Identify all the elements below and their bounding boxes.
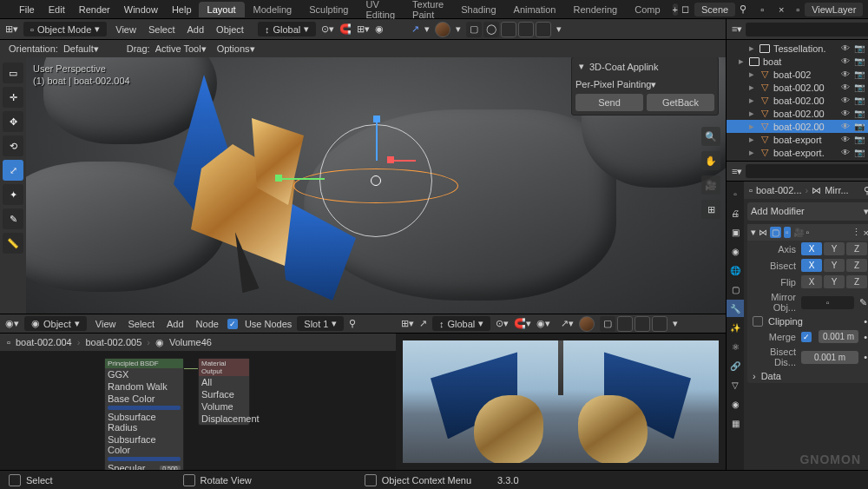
perspective-toggle-icon[interactable]: ⊞: [701, 200, 720, 219]
axis-y-toggle[interactable]: Y: [824, 242, 845, 255]
modifier-extras-icon[interactable]: ⋮: [852, 227, 861, 238]
clipping-checkbox[interactable]: [753, 316, 763, 327]
display-realtime-icon[interactable]: ▫: [784, 227, 791, 238]
shader-type-dropdown[interactable]: ◉Object▾: [24, 316, 87, 331]
options-dropdown[interactable]: Options▾: [217, 43, 255, 55]
workspace-tab-layout[interactable]: Layout: [199, 2, 245, 17]
merge-checkbox[interactable]: ✓: [801, 332, 812, 342]
visibility-icon[interactable]: 👁: [841, 135, 852, 144]
workspace-tab-modeling[interactable]: Modeling: [245, 2, 301, 17]
solid-icon[interactable]: [617, 316, 633, 332]
add-modifier-dropdown[interactable]: Add Modifier▾: [747, 202, 868, 221]
outliner-row[interactable]: ▸▽boat-export👁📷: [727, 133, 868, 146]
tool-transform[interactable]: ✦: [3, 184, 23, 205]
prop-tab-particles[interactable]: ✨: [727, 319, 744, 336]
outliner-row[interactable]: ▸▽boat-export.👁📷: [727, 146, 868, 159]
visibility-icon[interactable]: 👁: [841, 83, 852, 92]
node-principled-bsdf[interactable]: Principled BSDF GGX Random Walk Base Col…: [104, 358, 184, 470]
visibility-icon[interactable]: 👁: [841, 109, 852, 118]
prop-tab-viewlayer[interactable]: ▣: [727, 223, 744, 241]
xray-icon[interactable]: ▢: [466, 22, 482, 37]
editor-type-icon[interactable]: ⊞▾: [5, 23, 18, 35]
display-viewport-icon[interactable]: ▫: [806, 228, 810, 237]
preview-render[interactable]: [403, 340, 719, 463]
bisect-x-toggle[interactable]: X: [801, 259, 822, 272]
camera-icon[interactable]: 📷: [854, 122, 865, 131]
viewport-menu-select[interactable]: Select: [145, 24, 179, 35]
visibility-icon[interactable]: 👁: [841, 96, 852, 105]
proportional-icon[interactable]: ◉▾: [536, 318, 550, 329]
tool-select-box[interactable]: ▭: [3, 63, 23, 83]
modifier-close-icon[interactable]: ×: [864, 228, 868, 238]
gizmo-dropdown-icon[interactable]: ▾: [424, 23, 430, 35]
camera-icon[interactable]: 📷: [854, 96, 865, 105]
prop-tab-world[interactable]: 🌐: [727, 261, 744, 279]
menu-render[interactable]: Render: [72, 4, 117, 15]
shading-matprev-icon[interactable]: [518, 22, 534, 37]
data-subpanel-header[interactable]: ›Data: [747, 369, 868, 383]
tool-annotate[interactable]: ✎: [3, 208, 23, 229]
workspace-tab-animation[interactable]: Animation: [505, 2, 565, 17]
gizmo-x-axis[interactable]: [390, 160, 416, 162]
node-material-output[interactable]: Material Output All Surface Volume Displ…: [198, 358, 250, 426]
visibility-icon[interactable]: 👁: [841, 56, 852, 66]
prop-tab-modifiers[interactable]: 🔧: [727, 300, 744, 317]
tool-cursor[interactable]: ✛: [3, 87, 23, 108]
new-scene-icon[interactable]: ▫: [754, 2, 770, 17]
show-gizmo-icon[interactable]: ↗▾: [561, 318, 574, 329]
applink-panel-header[interactable]: ▾3D-Coat Applink: [572, 57, 718, 76]
gizmo-y-axis[interactable]: [278, 178, 325, 180]
display-edit-icon[interactable]: ▢: [770, 227, 781, 238]
menu-window[interactable]: Window: [117, 4, 165, 15]
outliner-row[interactable]: ▸▽boat-002.00👁📷: [727, 94, 868, 107]
camera-icon[interactable]: 📷: [854, 69, 865, 79]
outliner-row[interactable]: ▸▽boat-002.00👁📷: [727, 107, 868, 120]
mirror-object-field[interactable]: ▫: [801, 296, 854, 309]
properties-type-icon[interactable]: ≡▾: [732, 166, 742, 177]
editor-type-icon[interactable]: ⊞▾: [401, 318, 414, 329]
eyedropper-icon[interactable]: ✎: [859, 297, 867, 308]
overlay-toggle-icon[interactable]: [435, 22, 450, 37]
flip-z-toggle[interactable]: Z: [846, 275, 867, 288]
pin-icon[interactable]: ⚲: [864, 185, 868, 196]
new-viewlayer-icon[interactable]: ▫: [863, 2, 868, 17]
pivot-icon[interactable]: ⊙▾: [321, 23, 334, 35]
matprev-icon[interactable]: [635, 316, 650, 332]
outliner-row[interactable]: ▸boat👁📷: [727, 55, 868, 68]
snap-type-icon[interactable]: ⊞▾: [357, 23, 370, 35]
outliner-row[interactable]: ▸▽boat-002.00👁📷: [727, 120, 868, 133]
proportional-edit-icon[interactable]: ◉: [375, 23, 384, 35]
gizmo-toggle-icon[interactable]: ↗: [419, 318, 427, 329]
workspace-tab-rendering[interactable]: Rendering: [564, 2, 626, 17]
menu-edit[interactable]: Edit: [42, 4, 72, 15]
workspace-tab-shading[interactable]: Shading: [452, 2, 504, 17]
bisect-distance-field[interactable]: 0.001 m: [801, 351, 858, 364]
camera-icon[interactable]: 📷: [854, 43, 865, 53]
menu-help[interactable]: Help: [165, 4, 199, 15]
merge-distance-field[interactable]: 0.001 m: [819, 330, 858, 343]
node-menu-node[interactable]: Node: [193, 319, 222, 329]
axis-x-toggle[interactable]: X: [801, 242, 822, 255]
gizmo-z-axis[interactable]: [376, 119, 378, 161]
camera-icon[interactable]: 📷: [854, 109, 865, 118]
visibility-icon[interactable]: 👁: [841, 69, 852, 79]
shading-icon[interactable]: [579, 316, 595, 332]
editor-type-icon[interactable]: ◉▾: [5, 318, 19, 329]
3d-viewport[interactable]: User Perspective (1) boat | boat-002.004…: [26, 57, 726, 314]
orientation-dropdown[interactable]: Default▾: [63, 43, 99, 55]
workspace-tab-compositing[interactable]: Comp: [626, 2, 668, 17]
menu-file[interactable]: File: [12, 4, 42, 15]
overlay-dropdown-icon[interactable]: ▾: [456, 23, 461, 35]
display-render-icon[interactable]: 🎥: [793, 228, 804, 237]
scene-pin-icon[interactable]: ⚲: [735, 2, 751, 17]
camera-icon[interactable]: 📷: [854, 83, 865, 92]
snap-icon[interactable]: 🧲▾: [514, 318, 531, 329]
axis-z-toggle[interactable]: Z: [846, 242, 867, 255]
bisect-z-toggle[interactable]: Z: [846, 259, 867, 272]
visibility-icon[interactable]: 👁: [841, 148, 852, 157]
material-pin-icon[interactable]: ⚲: [349, 318, 356, 329]
zoom-icon[interactable]: 🔍: [701, 127, 720, 146]
node-menu-select[interactable]: Select: [124, 319, 158, 329]
camera-icon[interactable]: 📷: [854, 148, 865, 157]
breadcrumb-item[interactable]: Volume46: [169, 337, 212, 347]
